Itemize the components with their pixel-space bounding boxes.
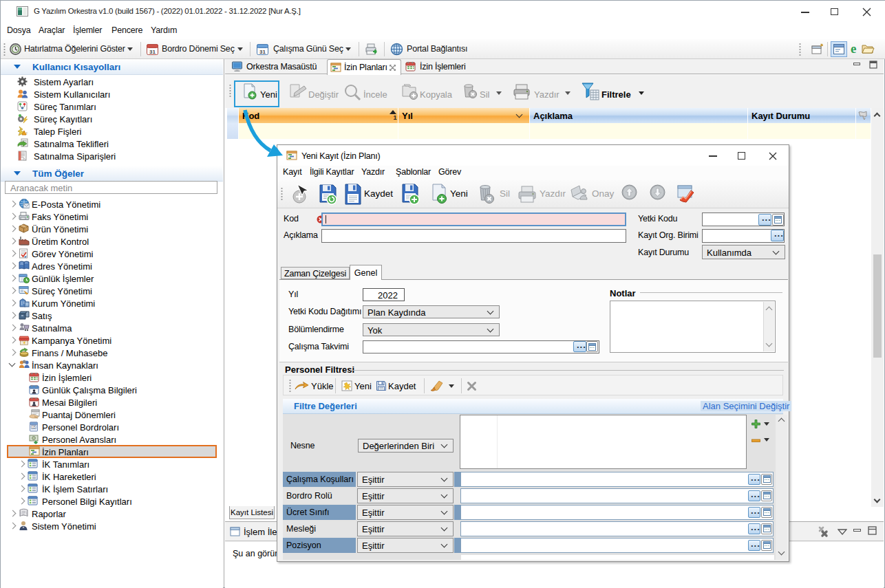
svg-text:31: 31 (149, 49, 156, 55)
svg-text:1: 1 (393, 114, 396, 121)
svg-text:!: ! (26, 131, 28, 135)
svg-text:31: 31 (259, 49, 266, 55)
svg-text:15: 15 (32, 426, 36, 429)
